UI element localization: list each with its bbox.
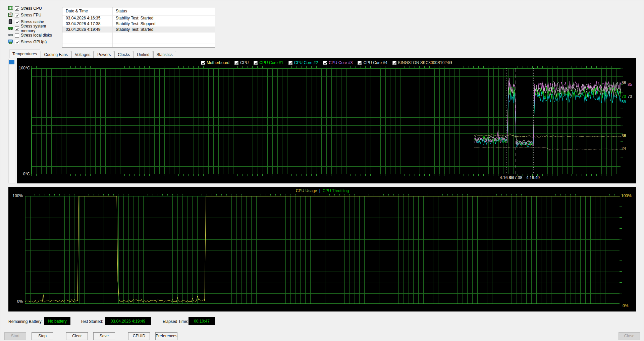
legend-label: KINGSTON SKC3000S1024G — [398, 60, 452, 65]
elapsed-time-value: 00:10:47 — [189, 317, 215, 325]
cpu-icon — [8, 5, 13, 12]
usage-axis-0-right: 0% — [623, 303, 628, 308]
usage-top-ticks — [25, 194, 620, 195]
stress-option-row: Stress system memory — [8, 25, 61, 32]
preferences-button[interactable]: Preferences — [155, 332, 177, 340]
fpu-icon: % — [8, 12, 13, 18]
tab-clocks[interactable]: Clocks — [114, 51, 133, 58]
cpuid-button[interactable]: CPUID — [128, 332, 150, 340]
usage-axis-0-left: 0% — [14, 299, 23, 304]
scrollbar-thumb[interactable] — [9, 60, 14, 64]
stress-option-label: Stress local disks — [21, 33, 52, 38]
legend-checkbox[interactable] — [234, 61, 238, 65]
legend-label: CPU Core #2 — [294, 60, 318, 65]
event-log-table[interactable]: Date & TimeStatus03.04.2026 4:16:35Stabi… — [62, 7, 215, 48]
tab-bar: TemperaturesCooling FansVoltagesPowersCl… — [9, 49, 176, 58]
cpu-usage-title: CPU Usage — [296, 188, 317, 193]
legend-checkbox[interactable] — [358, 61, 362, 65]
stress-option-label: Stress system memory — [21, 24, 61, 33]
legend-item-cpu-core-2: CPU Core #2 — [288, 60, 318, 65]
legend-checkbox[interactable] — [323, 61, 327, 65]
legend-label: CPU Core #1 — [259, 60, 283, 65]
cpu-usage-chart-panel: CPU Usage | CPU Throttling 100% 0% 100% … — [8, 187, 636, 311]
tab-temperatures[interactable]: Temperatures — [9, 50, 40, 58]
temp-current-value: 68 — [622, 100, 626, 104]
stress-option-label: Stress CPU — [21, 6, 42, 11]
log-column-date-time[interactable]: Date & Time — [62, 7, 113, 15]
svg-text:%: % — [9, 13, 11, 16]
tab-cooling-fans[interactable]: Cooling Fans — [41, 51, 71, 58]
log-row[interactable]: 03.04.2026 4:17:38Stability Test: Stoppe… — [62, 21, 215, 27]
stress-options-list: Stress CPU%Stress FPUStress cacheStress … — [8, 5, 61, 45]
legend-label: Motherboard — [207, 60, 229, 65]
log-cell-status: Stability Test: Started — [113, 27, 154, 32]
temp-current-value: 73 — [628, 94, 632, 99]
log-row[interactable]: 03.04.2026 4:16:35Stability Test: Starte… — [62, 15, 215, 21]
usage-axis-100-left: 100% — [11, 193, 23, 198]
stress-option-row: %Stress FPU — [8, 12, 61, 18]
legend-checkbox[interactable] — [254, 61, 258, 65]
vertical-scrollbar[interactable] — [8, 59, 15, 183]
close-button[interactable]: Close — [619, 332, 640, 340]
temperature-traces — [32, 68, 621, 174]
disk-icon — [8, 32, 13, 39]
legend-item-cpu-core-1: CPU Core #1 — [254, 60, 283, 65]
log-table-header: Date & TimeStatus — [62, 7, 215, 15]
temp-current-value: 73 — [622, 94, 626, 99]
stress-checkbox-stress-gpu-s-[interactable] — [15, 40, 19, 44]
tab-powers[interactable]: Powers — [94, 51, 114, 58]
legend-item-motherboard: Motherboard — [201, 60, 229, 65]
legend-checkbox[interactable] — [201, 61, 205, 65]
temp-axis-label-bottom: 0°C — [21, 172, 30, 176]
temperature-legend: MotherboardCPUCPU Core #1CPU Core #2CPU … — [17, 60, 636, 65]
usage-right-ticks — [620, 196, 622, 304]
stress-option-label: Stress cache — [21, 19, 44, 24]
log-row-empty — [62, 33, 215, 38]
chart-trace — [474, 148, 621, 150]
log-table-column-separator — [209, 7, 209, 47]
aida64-system-stability-test-window: Stress CPU%Stress FPUStress cacheStress … — [0, 0, 644, 341]
stress-checkbox-stress-cache[interactable] — [15, 20, 19, 24]
stress-checkbox-stress-cpu[interactable] — [15, 6, 19, 11]
stress-option-row: Stress CPU — [8, 5, 61, 12]
log-column-status[interactable]: Status — [113, 7, 127, 15]
cpu-usage-traces — [25, 196, 620, 304]
test-started-value: 03.04.2026 4:19:49 — [105, 317, 151, 325]
legend-item-kingston-skc3000s1024g: KINGSTON SKC3000S1024G — [392, 60, 452, 65]
legend-checkbox[interactable] — [392, 61, 396, 65]
log-row-empty — [62, 44, 215, 48]
cache-icon — [8, 19, 13, 25]
log-cell-date-time: 03.04.2026 4:19:49 — [62, 27, 113, 32]
temp-axis-label-top: 100°C — [19, 66, 30, 70]
remaining-battery-label: Remaining Battery: — [8, 319, 43, 324]
tab-statistics[interactable]: Statistics — [153, 51, 176, 58]
stress-option-label: Stress FPU — [21, 13, 41, 17]
log-table-column-separator — [112, 7, 113, 47]
stress-checkbox-stress-local-disks[interactable] — [15, 33, 19, 38]
gpu-icon — [8, 39, 13, 45]
temp-top-ticks — [31, 66, 621, 68]
chart-trace — [474, 86, 621, 146]
temp-current-value: 86 — [622, 80, 626, 85]
log-row-empty — [62, 38, 215, 44]
legend-item-cpu-core-3: CPU Core #3 — [323, 60, 353, 65]
tab-unified[interactable]: Unified — [133, 51, 153, 58]
title-separator: | — [317, 188, 322, 193]
legend-item-cpu-core-4: CPU Core #4 — [358, 60, 387, 65]
stress-option-row: Stress GPU(s) — [8, 39, 61, 45]
save-button[interactable]: Save — [93, 332, 115, 340]
legend-item-cpu: CPU — [234, 60, 249, 65]
legend-checkbox[interactable] — [288, 61, 292, 65]
stress-checkbox-stress-system-memory[interactable] — [15, 26, 19, 31]
temp-time-label: 4:19:49 — [521, 175, 545, 180]
clear-button[interactable]: Clear — [66, 332, 88, 340]
stop-button[interactable]: Stop — [32, 332, 53, 340]
start-button[interactable]: Start — [4, 332, 26, 340]
remaining-battery-value: No battery — [44, 317, 70, 325]
stress-checkbox-stress-fpu[interactable] — [15, 13, 19, 17]
temperature-plot — [31, 68, 621, 174]
chart-trace — [474, 135, 621, 137]
tab-voltages[interactable]: Voltages — [71, 51, 94, 58]
log-row[interactable]: 03.04.2026 4:19:49Stability Test: Starte… — [62, 27, 215, 33]
test-started-label: Test Started: — [80, 319, 103, 324]
